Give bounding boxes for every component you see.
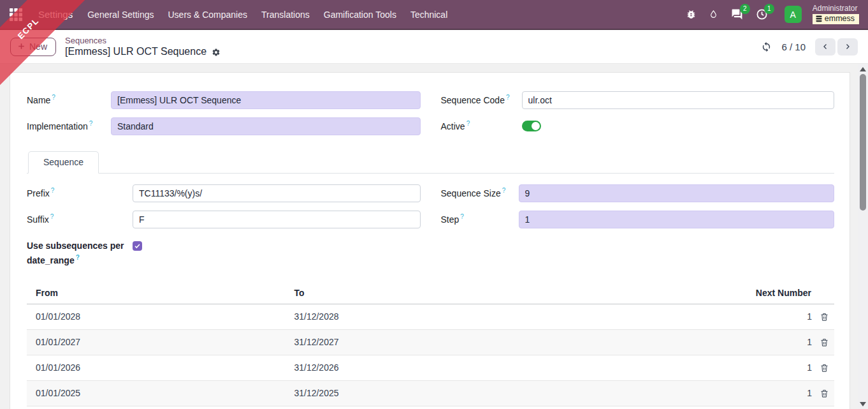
grid-icon — [8, 7, 24, 22]
breadcrumb-parent-link[interactable]: Sequences — [65, 36, 221, 46]
field-sequence-code: Sequence Code? — [441, 91, 835, 109]
refresh-icon — [761, 41, 772, 52]
from-cell[interactable]: 01/01/2028 — [27, 304, 285, 329]
step-input[interactable] — [519, 211, 835, 228]
notebook-tabs: Sequence — [27, 151, 834, 174]
active-help-marker[interactable]: ? — [467, 120, 470, 127]
new-button[interactable]: New — [10, 38, 56, 56]
app-name[interactable]: Settings — [38, 9, 73, 20]
next-number-cell[interactable]: 1 — [807, 337, 812, 347]
bug-icon — [686, 9, 697, 20]
name-input[interactable] — [111, 91, 421, 109]
table-row[interactable]: 01/01/2027 31/12/2027 1 — [27, 329, 834, 355]
breadcrumb: Sequences [Emmess] ULR OCT Sequence — [65, 36, 221, 58]
toggle-knob — [532, 122, 540, 130]
app-window: Settings General Settings Users & Compan… — [0, 0, 868, 409]
active-toggle[interactable] — [522, 121, 541, 131]
menu-translations[interactable]: Translations — [254, 0, 317, 29]
refresh-button[interactable] — [761, 41, 772, 52]
systray: 2 1 A Administrator emmess — [683, 4, 859, 25]
implementation-label: Implementation? — [27, 117, 111, 131]
suffix-label: Suffix? — [27, 211, 133, 225]
pager: 6 / 10 — [761, 38, 858, 56]
sequence-size-input[interactable] — [519, 184, 835, 202]
delete-row-button[interactable] — [820, 363, 829, 373]
prefix-input[interactable] — [133, 184, 421, 202]
menu-gamification-tools[interactable]: Gamification Tools — [317, 0, 403, 29]
tab-sequence[interactable]: Sequence — [28, 151, 99, 174]
to-cell[interactable]: 31/12/2026 — [285, 355, 721, 380]
droplet-button[interactable] — [705, 6, 721, 22]
sequence-code-label: Sequence Code? — [441, 91, 522, 105]
table-row[interactable]: 01/01/2025 31/12/2025 1 — [27, 380, 834, 406]
vertical-scrollbar[interactable] — [858, 64, 868, 409]
debug-bug-button[interactable] — [683, 6, 700, 22]
scrollbar-down-arrow[interactable] — [860, 402, 866, 406]
table-row[interactable]: 01/01/2028 31/12/2028 1 — [27, 304, 834, 329]
scrollbar-up-arrow[interactable] — [860, 67, 866, 71]
record-actions-button[interactable] — [212, 48, 221, 57]
droplet-icon — [709, 9, 718, 20]
table-row[interactable]: 01/01/2026 31/12/2026 1 — [27, 355, 834, 380]
menu-general-settings[interactable]: General Settings — [80, 0, 161, 29]
use-subsequences-label: Use subsequences per date_range? — [27, 239, 133, 267]
header-next-number: Next Number — [721, 284, 834, 304]
tab-sequence-content: Prefix? Suffix? Sequence Size? — [27, 174, 834, 406]
step-help-marker[interactable]: ? — [460, 213, 464, 220]
from-cell[interactable]: 01/01/2027 — [27, 329, 285, 355]
scrollbar-thumb[interactable] — [860, 74, 866, 211]
use-subsequences-help-marker[interactable]: ? — [76, 254, 80, 261]
delete-row-button[interactable] — [820, 338, 829, 347]
pager-next-button[interactable] — [837, 38, 858, 56]
to-cell[interactable]: 31/12/2027 — [285, 329, 721, 355]
trash-icon — [820, 363, 829, 373]
gear-icon — [212, 48, 221, 57]
name-help-marker[interactable]: ? — [52, 94, 55, 101]
implementation-help-marker[interactable]: ? — [89, 120, 93, 127]
form-sheet: Name? Implementation? Standard Sequence … — [10, 72, 850, 409]
implementation-select[interactable]: Standard — [111, 117, 421, 135]
menu-users-companies[interactable]: Users & Companies — [161, 0, 255, 29]
trash-icon — [820, 312, 829, 322]
menu-technical[interactable]: Technical — [403, 0, 454, 29]
database-icon — [816, 15, 822, 22]
plus-icon — [17, 42, 25, 50]
field-use-subsequences: Use subsequences per date_range? — [27, 239, 834, 267]
user-avatar[interactable]: A — [785, 6, 802, 23]
to-cell[interactable]: 31/12/2028 — [285, 304, 721, 329]
from-cell[interactable]: 01/01/2025 — [27, 380, 285, 406]
messages-button[interactable]: 2 — [727, 6, 747, 23]
suffix-input[interactable] — [133, 211, 421, 228]
main-menu: General Settings Users & Companies Trans… — [80, 0, 454, 29]
control-panel: New Sequences [Emmess] ULR OCT Sequence … — [0, 30, 868, 64]
sequence-code-input[interactable] — [522, 91, 835, 109]
database-badge: emmess — [813, 14, 859, 25]
database-name: emmess — [825, 15, 855, 24]
sequence-code-help-marker[interactable]: ? — [506, 94, 510, 101]
header-to: To — [285, 284, 721, 304]
next-number-cell[interactable]: 1 — [807, 362, 812, 373]
activities-button[interactable]: 1 — [753, 6, 771, 23]
sequence-size-label: Sequence Size? — [441, 184, 519, 198]
step-label: Step? — [441, 211, 519, 225]
form-view: Name? Implementation? Standard Sequence … — [0, 64, 858, 409]
pager-previous-button[interactable] — [815, 38, 835, 56]
field-step: Step? — [441, 211, 835, 228]
delete-row-button[interactable] — [820, 312, 829, 322]
suffix-help-marker[interactable]: ? — [50, 213, 54, 220]
next-number-cell[interactable]: 1 — [807, 311, 812, 322]
delete-row-button[interactable] — [820, 389, 829, 398]
to-cell[interactable]: 31/12/2025 — [285, 380, 721, 406]
sequence-size-help-marker[interactable]: ? — [502, 187, 506, 194]
activities-badge: 1 — [764, 4, 774, 14]
use-subsequences-checkbox[interactable] — [133, 241, 142, 251]
field-prefix: Prefix? — [27, 184, 421, 202]
next-number-cell[interactable]: 1 — [807, 388, 812, 398]
user-menu[interactable]: Administrator emmess — [813, 4, 859, 25]
field-sequence-size: Sequence Size? — [441, 184, 835, 202]
header-from: From — [27, 284, 285, 304]
chevron-right-icon — [844, 43, 851, 50]
apps-menu-icon[interactable] — [6, 5, 25, 24]
prefix-help-marker[interactable]: ? — [51, 187, 55, 194]
from-cell[interactable]: 01/01/2026 — [27, 355, 285, 380]
